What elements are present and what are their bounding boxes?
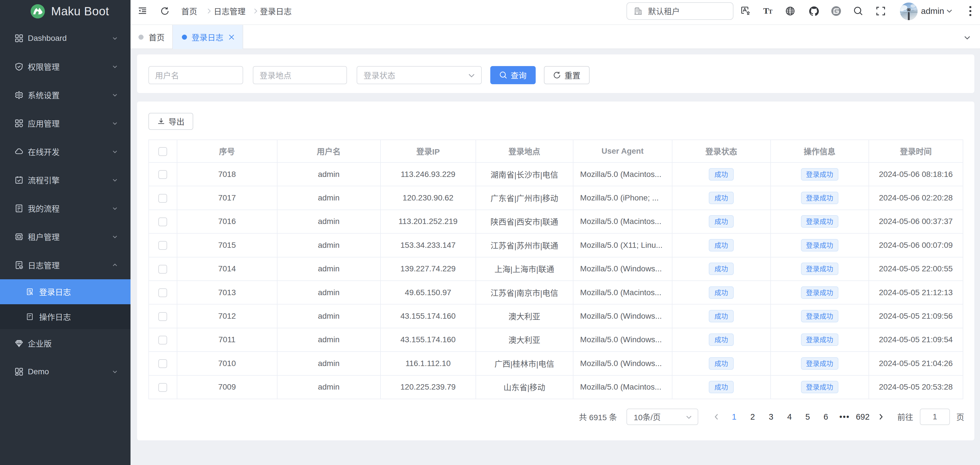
svg-text:T: T	[768, 8, 773, 15]
svg-text:T: T	[763, 6, 769, 15]
